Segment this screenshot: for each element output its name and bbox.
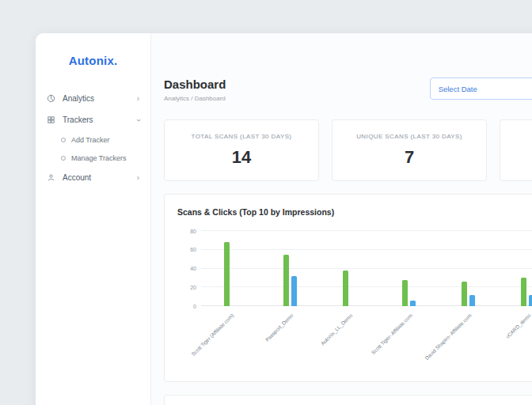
chart-bar-scans <box>343 271 348 306</box>
sidebar-subitem-add-tracker[interactable]: Add Tracker <box>36 131 150 149</box>
chart-bar-clicks <box>291 276 297 306</box>
sidebar-subitem-manage-trackers[interactable]: Manage Trackers <box>36 149 150 167</box>
analytics-icon <box>47 94 55 103</box>
x-axis-label: Autonix_LL_Demo <box>320 312 354 346</box>
chevron-right-icon: › <box>137 95 139 103</box>
sidebar-item-trackers[interactable]: Trackers › <box>36 109 150 131</box>
stat-label: TOTAL SCANS (LAST 30 DAYS) <box>192 133 292 140</box>
stat-card-total-scans: TOTAL SCANS (LAST 30 DAYS) 14 <box>164 119 319 181</box>
x-axis-label: vCARD_demo <box>504 312 531 339</box>
chart-bar-clicks <box>529 295 532 306</box>
chevron-down-icon: › <box>134 119 142 121</box>
y-axis-tick: 40 <box>177 266 196 271</box>
y-axis-tick: 60 <box>177 247 196 252</box>
app-window: Autonix. Analytics › Trackers › Add Trac… <box>36 33 532 405</box>
y-axis-tick: 20 <box>177 285 196 290</box>
chevron-right-icon: › <box>137 174 139 182</box>
chart-card: Scans & Clicks (Top 10 by Impressions) 0… <box>164 194 532 382</box>
select-date-dropdown[interactable]: Select Date › <box>430 78 532 100</box>
stat-value: 7 <box>405 147 414 168</box>
x-axis-label-cell: Passport_Demo <box>260 306 320 363</box>
x-axis-label-cell: Scott Tiger (Affiliate.com) <box>201 306 260 363</box>
bar-group <box>320 231 379 306</box>
stats-row: TOTAL SCANS (LAST 30 DAYS) 14 UNIQUE SCA… <box>164 119 532 181</box>
bar-group <box>379 231 439 306</box>
stat-value: 14 <box>232 147 251 168</box>
bar-group <box>439 231 498 306</box>
chart-plot: 020406080 <box>201 231 532 306</box>
sidebar-item-label: Trackers <box>63 115 93 124</box>
sidebar: Autonix. Analytics › Trackers › Add Trac… <box>36 33 151 405</box>
bottom-card-partial <box>164 395 532 405</box>
chart-bar-clicks <box>410 301 416 306</box>
account-icon <box>47 173 55 182</box>
chart-title: Scans & Clicks (Top 10 by Impressions) <box>177 207 532 217</box>
x-axis-label-cell: vCARD_demo <box>498 306 532 363</box>
stat-label: UNIQUE SCANS (LAST 30 DAYS) <box>356 133 462 140</box>
page-title: Dashboard <box>164 78 226 91</box>
chart-x-labels: Scott Tiger (Affiliate.com)Passport_Demo… <box>201 306 532 363</box>
chart-bar-scans <box>283 255 289 306</box>
y-axis-tick: 0 <box>177 304 196 309</box>
app-logo: Autonix. <box>36 54 150 67</box>
x-axis-label-cell: David Shapiro- Affiliate.com <box>439 306 498 363</box>
main-content: Dashboard Analytics / Dashboard Select D… <box>151 33 532 405</box>
x-axis-label-cell: Autonix_LL_Demo <box>320 306 379 363</box>
stat-card-partial <box>500 119 532 181</box>
sidebar-item-label: Account <box>63 173 91 182</box>
sidebar-item-label: Analytics <box>63 94 94 103</box>
chart-bar-scans <box>462 282 467 306</box>
bar-group <box>260 231 320 306</box>
chart-bar-scans <box>402 280 408 306</box>
x-axis-label: Passport_Demo <box>264 312 294 343</box>
y-axis-tick: 80 <box>177 229 196 234</box>
breadcrumb: Analytics / Dashboard <box>164 95 226 102</box>
bar-chart: 020406080 Scott Tiger (Affiliate.com)Pas… <box>177 231 532 363</box>
title-block: Dashboard Analytics / Dashboard <box>164 78 226 102</box>
stat-card-unique-scans: UNIQUE SCANS (LAST 30 DAYS) 7 <box>332 119 487 181</box>
x-axis-label: Scott Tiger (Affiliate.com) <box>190 312 234 357</box>
header-controls: Select Date › Tag Group <box>430 78 532 100</box>
select-date-label: Select Date <box>439 85 477 93</box>
bar-group <box>201 231 260 306</box>
sidebar-item-account[interactable]: Account › <box>36 167 150 188</box>
chart-bar-clicks <box>469 295 475 306</box>
bars-row <box>201 231 532 306</box>
bar-group <box>498 231 532 306</box>
sidebar-item-analytics[interactable]: Analytics › <box>36 88 150 109</box>
subitem-label: Add Tracker <box>71 136 110 144</box>
trackers-icon <box>47 115 55 124</box>
subitem-label: Manage Trackers <box>71 154 127 162</box>
chart-bar-scans <box>521 278 526 306</box>
page-header: Dashboard Analytics / Dashboard Select D… <box>164 78 532 102</box>
chart-bar-scans <box>224 242 230 306</box>
